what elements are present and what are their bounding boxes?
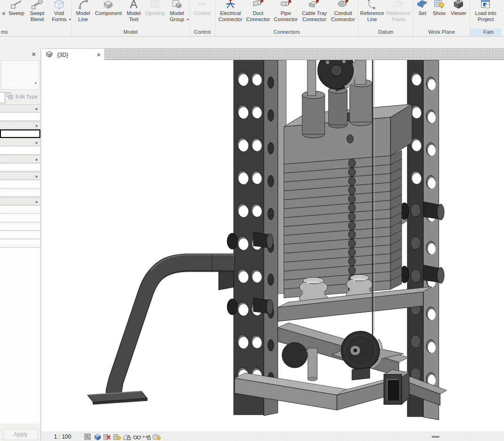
show-icon bbox=[433, 0, 445, 10]
properties-group-header[interactable]: « bbox=[0, 155, 40, 163]
view-control-bar: 1 : 100 bbox=[41, 432, 504, 441]
sun-path-icon[interactable] bbox=[103, 433, 112, 441]
ribbon-button-model-line[interactable]: Model Line bbox=[73, 0, 93, 23]
properties-row[interactable] bbox=[0, 189, 40, 197]
ribbon-button-model-text[interactable]: Model Text bbox=[123, 0, 144, 23]
properties-row[interactable] bbox=[0, 146, 40, 155]
properties-row[interactable] bbox=[0, 113, 40, 121]
model-text-icon bbox=[128, 0, 140, 10]
view-tab-strip: {3D} ✕ bbox=[42, 48, 504, 60]
properties-row[interactable] bbox=[0, 163, 40, 172]
properties-group-header[interactable]: « bbox=[0, 197, 40, 205]
collapse-chevron-icon: « bbox=[34, 175, 39, 177]
properties-row[interactable] bbox=[0, 180, 40, 189]
properties-rows: « « « « « « bbox=[0, 104, 40, 248]
ribbon-group-label-control: Control bbox=[191, 29, 214, 36]
ribbon-group-label-family-editor: Fam bbox=[470, 29, 501, 36]
properties-value-field[interactable] bbox=[0, 129, 40, 138]
properties-group-header[interactable]: « bbox=[0, 138, 40, 146]
model-line-icon bbox=[77, 0, 89, 10]
duct-connector-icon bbox=[252, 0, 264, 10]
opening-icon bbox=[149, 0, 161, 10]
collapse-chevron-icon: « bbox=[34, 201, 39, 203]
void-forms-icon bbox=[53, 0, 65, 10]
collapse-chevron-icon: « bbox=[34, 159, 39, 160]
properties-panel: ✕ ▾ Edit Type « « « « « « bbox=[0, 48, 41, 441]
ribbon-button-load-into-project[interactable]: Load into Project bbox=[471, 0, 500, 23]
properties-empty-area bbox=[0, 248, 40, 424]
view-tab-label: {3D} bbox=[57, 52, 68, 58]
control-icon bbox=[196, 0, 208, 10]
properties-row[interactable] bbox=[0, 205, 40, 214]
search-field-fragment[interactable] bbox=[0, 92, 5, 103]
ribbon-button-reference-line[interactable]: Reference Line bbox=[359, 0, 385, 23]
dropdown-arrow-icon[interactable]: ▾ bbox=[187, 17, 189, 23]
panel-close-icon[interactable]: ✕ bbox=[31, 51, 36, 58]
reference-line-icon bbox=[366, 0, 378, 10]
ribbon-group-label-datum: Datum bbox=[359, 29, 412, 36]
view-tab-3d[interactable]: {3D} ✕ bbox=[42, 49, 104, 61]
ribbon-button-opening[interactable]: Opening bbox=[144, 0, 166, 23]
ribbon-button-electrical-connector[interactable]: Electrical Connector bbox=[216, 0, 244, 23]
electrical-connector-icon bbox=[224, 0, 237, 10]
properties-group-header[interactable]: « bbox=[0, 121, 40, 129]
cable-tray-connector-icon bbox=[308, 0, 321, 10]
ribbon-group-label-connectors: Connectors bbox=[216, 29, 357, 36]
type-selector[interactable]: ▾ bbox=[1, 61, 39, 90]
ribbon: e Sweep Swept Blend bbox=[0, 0, 504, 37]
ribbon-button-pipe-connector[interactable]: Pipe Connector bbox=[272, 0, 300, 23]
horizontal-scrollbar-thumb[interactable] bbox=[432, 436, 439, 438]
ribbon-group-label-model: Model bbox=[73, 29, 188, 36]
ribbon-button-model-group[interactable]: Model Group ▾ bbox=[166, 0, 188, 23]
viewer-icon bbox=[452, 0, 465, 10]
ribbon-button-reference-plane[interactable]: Reference Plane bbox=[385, 0, 412, 23]
revit-family-editor-window: e Sweep Swept Blend bbox=[0, 0, 504, 441]
tab-close-icon[interactable]: ✕ bbox=[97, 52, 101, 58]
ribbon-button-conduit-connector[interactable]: Conduit Connector bbox=[329, 0, 357, 23]
load-into-project-icon bbox=[480, 0, 492, 10]
locked-view-icon[interactable] bbox=[143, 433, 151, 441]
set-icon bbox=[416, 0, 428, 10]
ribbon-button-set[interactable]: Set bbox=[414, 0, 430, 23]
crop-view-icon[interactable] bbox=[123, 433, 131, 441]
ribbon-button-duct-connector[interactable]: Duct Connector bbox=[244, 0, 272, 23]
ribbon-button-revolve[interactable]: e bbox=[1, 0, 7, 23]
reveal-hidden-elements-icon[interactable] bbox=[153, 433, 161, 441]
ribbon-group-control: Control Control bbox=[190, 0, 215, 36]
ribbon-button-void-forms[interactable]: Void Forms ▾ bbox=[48, 0, 70, 23]
type-selector-dropdown-icon[interactable]: ▾ bbox=[34, 81, 37, 85]
collapse-chevron-icon: « bbox=[34, 125, 39, 127]
collapse-chevron-icon: « bbox=[34, 108, 39, 110]
ribbon-group-work-plane: Set Show Viewer Work Plane bbox=[413, 0, 470, 36]
detail-level-icon[interactable] bbox=[84, 433, 92, 441]
ribbon-group-label-forms: ms bbox=[1, 29, 70, 36]
properties-row[interactable] bbox=[0, 222, 40, 231]
viewport-3d[interactable] bbox=[42, 60, 504, 432]
properties-row[interactable] bbox=[0, 214, 40, 222]
properties-row[interactable] bbox=[0, 231, 40, 239]
swept-blend-icon bbox=[31, 0, 43, 10]
ribbon-button-swept-blend[interactable]: Swept Blend bbox=[26, 0, 48, 23]
ribbon-button-cable-tray-connector[interactable]: Cable Tray Connector bbox=[300, 0, 329, 23]
view-scale[interactable]: 1 : 100 bbox=[54, 433, 71, 440]
ribbon-button-sweep[interactable]: Sweep bbox=[7, 0, 26, 23]
ribbon-button-component[interactable]: Component bbox=[93, 0, 123, 23]
apply-button[interactable]: Apply bbox=[3, 429, 38, 440]
temporary-hide-isolate-icon[interactable] bbox=[133, 433, 141, 441]
visual-style-icon[interactable] bbox=[93, 433, 102, 441]
shadows-icon[interactable] bbox=[113, 433, 122, 441]
ribbon-group-family-editor: Load into Project Fam bbox=[470, 0, 501, 36]
3d-view-icon bbox=[46, 50, 53, 60]
ribbon-button-viewer[interactable]: Viewer bbox=[448, 0, 469, 23]
dropdown-arrow-icon[interactable]: ▾ bbox=[69, 17, 71, 23]
3d-model-svg bbox=[42, 60, 504, 432]
properties-row[interactable] bbox=[0, 239, 40, 248]
collapse-chevron-icon: « bbox=[34, 142, 39, 144]
edit-type-button[interactable]: Edit Type bbox=[6, 92, 38, 101]
properties-group-header[interactable]: « bbox=[0, 172, 40, 180]
model-group-icon bbox=[171, 0, 183, 10]
ribbon-button-control[interactable]: Control bbox=[191, 0, 214, 23]
properties-group-header[interactable]: « bbox=[0, 104, 40, 113]
ribbon-button-show[interactable]: Show bbox=[430, 0, 448, 23]
ribbon-group-label-work-plane: Work Plane bbox=[414, 29, 469, 36]
